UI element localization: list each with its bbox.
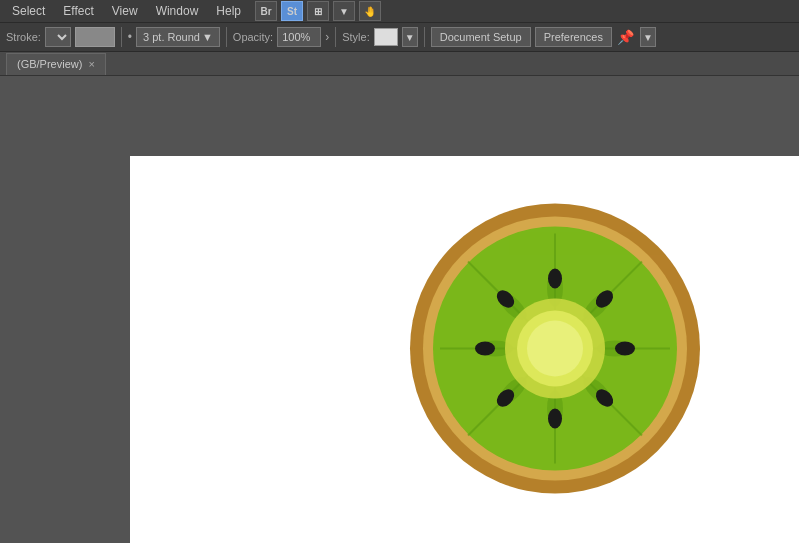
svg-point-20 bbox=[548, 408, 562, 428]
toolbar: Stroke: ⇅ • 3 pt. Round ▼ Opacity: › Sty… bbox=[0, 22, 799, 52]
separator2 bbox=[226, 27, 227, 47]
white-canvas bbox=[130, 156, 799, 543]
style-dropdown-arrow[interactable]: ▼ bbox=[402, 27, 418, 47]
svg-point-22 bbox=[475, 341, 495, 355]
style-swatch[interactable] bbox=[374, 28, 398, 46]
kiwi-artwork bbox=[405, 198, 705, 501]
grid-icon[interactable]: ⊞ bbox=[307, 1, 329, 21]
pin-icon[interactable]: 📌 bbox=[616, 27, 636, 47]
menu-effect[interactable]: Effect bbox=[55, 2, 101, 20]
preferences-button[interactable]: Preferences bbox=[535, 27, 612, 47]
document-tab[interactable]: (GB/Preview) × bbox=[6, 53, 106, 75]
opacity-input[interactable] bbox=[277, 27, 321, 47]
stroke-pt-round-button[interactable]: 3 pt. Round ▼ bbox=[136, 27, 220, 47]
stock-icon[interactable]: St bbox=[281, 1, 303, 21]
dropdown-chevron: ▼ bbox=[202, 31, 213, 43]
tab-label: (GB/Preview) bbox=[17, 58, 82, 70]
kiwi-svg bbox=[405, 198, 705, 498]
separator4 bbox=[424, 27, 425, 47]
app-switcher-icons: Br St ⊞ ▼ 🤚 bbox=[255, 1, 381, 21]
stroke-label: Stroke: bbox=[6, 31, 41, 43]
dropdown-apps-icon[interactable]: ▼ bbox=[333, 1, 355, 21]
document-setup-button[interactable]: Document Setup bbox=[431, 27, 531, 47]
menubar: Select Effect View Window Help Br St ⊞ ▼… bbox=[0, 0, 799, 22]
stroke-pt-label: 3 pt. Round bbox=[143, 31, 200, 43]
opacity-arrow[interactable]: › bbox=[325, 30, 329, 44]
dot-indicator: • bbox=[128, 30, 132, 44]
extra-options-arrow[interactable]: ▼ bbox=[640, 27, 656, 47]
kiwi-center-inner bbox=[527, 320, 583, 376]
opacity-label: Opacity: bbox=[233, 31, 273, 43]
style-label: Style: bbox=[342, 31, 370, 43]
dark-header-area bbox=[0, 76, 799, 156]
menu-window[interactable]: Window bbox=[148, 2, 207, 20]
tabbar: (GB/Preview) × bbox=[0, 52, 799, 76]
svg-point-18 bbox=[615, 341, 635, 355]
menu-select[interactable]: Select bbox=[4, 2, 53, 20]
bridge-icon[interactable]: Br bbox=[255, 1, 277, 21]
menu-view[interactable]: View bbox=[104, 2, 146, 20]
tab-close-button[interactable]: × bbox=[88, 58, 94, 70]
separator3 bbox=[335, 27, 336, 47]
menu-help[interactable]: Help bbox=[208, 2, 249, 20]
separator bbox=[121, 27, 122, 47]
stroke-color-swatch[interactable] bbox=[75, 27, 115, 47]
svg-point-16 bbox=[548, 268, 562, 288]
stroke-type-select[interactable]: ⇅ bbox=[45, 27, 71, 47]
canvas-area bbox=[0, 156, 799, 543]
workspace-icon[interactable]: 🤚 bbox=[359, 1, 381, 21]
